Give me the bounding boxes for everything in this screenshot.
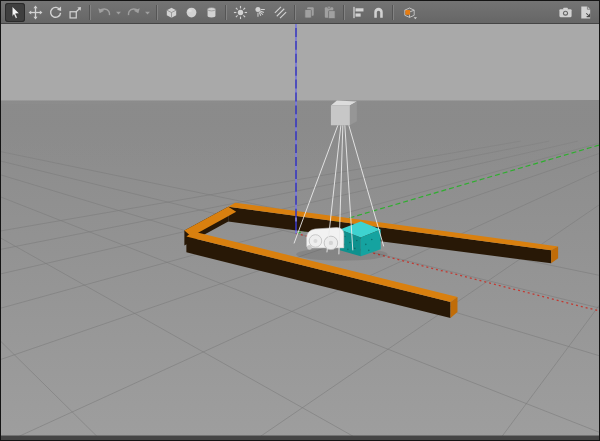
move-icon (28, 5, 43, 20)
log-record-button[interactable] (575, 3, 595, 22)
align-icon (351, 5, 366, 20)
sensor-cube-front (331, 105, 350, 125)
toolbar (1, 1, 599, 24)
3d-viewport[interactable] (1, 24, 599, 440)
sensor-cube-side (350, 101, 357, 125)
box-icon (164, 5, 179, 20)
wheel-hub (313, 239, 317, 243)
insert-sphere-button[interactable] (181, 3, 201, 22)
rotate-tool[interactable] (45, 3, 65, 22)
scene-canvas (1, 24, 599, 440)
translate-tool[interactable] (25, 3, 45, 22)
toolbar-separator (294, 5, 295, 20)
insert-box-button[interactable] (161, 3, 181, 22)
caret-down-icon (144, 6, 151, 19)
caret-down-icon (115, 6, 122, 19)
copy-icon (302, 5, 317, 20)
insert-cylinder-button[interactable] (201, 3, 221, 22)
wheel-hub (329, 241, 333, 245)
undo-history-button[interactable] (114, 3, 123, 22)
scale-tool[interactable] (65, 3, 85, 22)
point-light-icon (233, 5, 248, 20)
undo-icon (97, 5, 112, 20)
copy-button[interactable] (299, 3, 319, 22)
log-icon (578, 5, 593, 20)
spot-light-button[interactable] (250, 3, 270, 22)
paste-button[interactable] (319, 3, 339, 22)
toolbar-separator (156, 5, 157, 20)
sphere-icon (184, 5, 199, 20)
redo-icon (126, 5, 141, 20)
select-tool[interactable] (5, 3, 25, 22)
directional-light-button[interactable] (270, 3, 290, 22)
paste-icon (322, 5, 337, 20)
redo-button[interactable] (123, 3, 143, 22)
toolbar-separator (343, 5, 344, 20)
toolbar-separator (225, 5, 226, 20)
view-angle-button[interactable] (397, 3, 421, 22)
view-angle-icon (400, 5, 419, 20)
toolbar-separator (392, 5, 393, 20)
toolbar-right-group (555, 1, 595, 23)
rotate-icon (48, 5, 63, 20)
sensor-cube[interactable] (331, 100, 357, 125)
scale-icon (68, 5, 83, 20)
snap-icon (371, 5, 386, 20)
camera-icon (558, 5, 573, 20)
align-button[interactable] (348, 3, 368, 22)
distance-fog (1, 100, 599, 166)
toolbar-separator (89, 5, 90, 20)
white-robot[interactable] (306, 228, 343, 250)
directional-light-icon (273, 5, 288, 20)
screenshot-button[interactable] (555, 3, 575, 22)
point-light-button[interactable] (230, 3, 250, 22)
sky (1, 24, 599, 104)
spot-light-icon (253, 5, 268, 20)
undo-button[interactable] (94, 3, 114, 22)
gazebo-window (0, 0, 600, 441)
cylinder-icon (204, 5, 219, 20)
cursor-icon (8, 5, 23, 20)
toolbar-left-group (5, 1, 421, 23)
redo-history-button[interactable] (143, 3, 152, 22)
snap-button[interactable] (368, 3, 388, 22)
bottom-edge (1, 436, 599, 440)
